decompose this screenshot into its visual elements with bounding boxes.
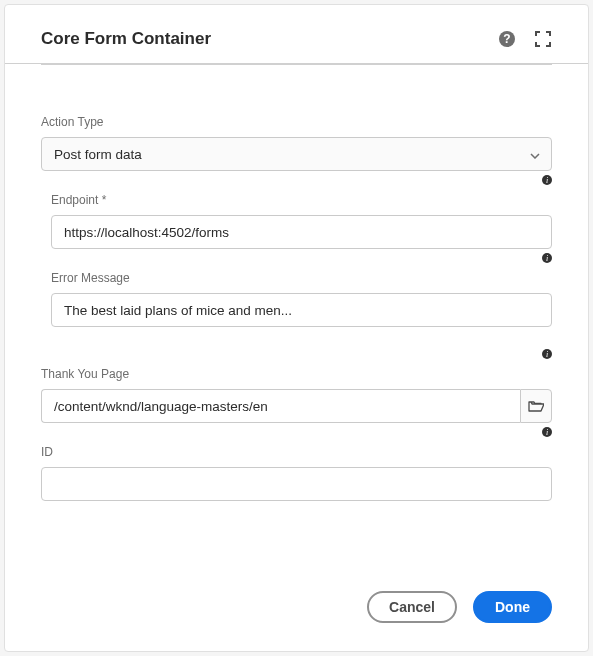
thank-you-input-group (41, 389, 552, 423)
dialog-header: Core Form Container ? (5, 5, 588, 64)
field-action-type: Action Type Post form data (41, 115, 552, 171)
dialog-footer: Cancel Done (5, 573, 588, 651)
svg-text:i: i (546, 176, 548, 185)
done-button[interactable]: Done (473, 591, 552, 623)
endpoint-label: Endpoint * (51, 193, 552, 207)
info-icon[interactable]: i (542, 253, 552, 263)
field-id: i ID (41, 445, 552, 501)
help-icon[interactable]: ? (498, 30, 516, 48)
folder-open-icon (528, 399, 544, 413)
field-error-message: i Error Message (51, 271, 552, 327)
thank-you-page-input[interactable] (41, 389, 520, 423)
dialog-container: Core Form Container ? Action Type Post f… (4, 4, 589, 652)
field-endpoint: i Endpoint * (51, 193, 552, 249)
svg-text:i: i (546, 254, 548, 263)
action-type-select[interactable]: Post form data (41, 137, 552, 171)
dialog-body: Action Type Post form data i Endpoint * (5, 65, 588, 573)
id-input[interactable] (41, 467, 552, 501)
info-icon[interactable]: i (542, 175, 552, 185)
svg-text:i: i (546, 350, 548, 359)
error-message-input[interactable] (51, 293, 552, 327)
id-label: ID (41, 445, 552, 459)
field-thank-you-page: i Thank You Page (41, 367, 552, 423)
error-message-label: Error Message (51, 271, 552, 285)
fullscreen-icon[interactable] (534, 30, 552, 48)
info-icon[interactable]: i (542, 427, 552, 437)
svg-text:?: ? (503, 32, 510, 46)
dialog-title: Core Form Container (41, 29, 211, 49)
action-type-select-wrapper: Post form data (41, 137, 552, 171)
endpoint-input[interactable] (51, 215, 552, 249)
svg-text:i: i (546, 428, 548, 437)
header-icons: ? (498, 30, 552, 48)
thank-you-page-label: Thank You Page (41, 367, 552, 381)
action-type-label: Action Type (41, 115, 552, 129)
info-icon[interactable]: i (542, 349, 552, 359)
browse-button[interactable] (520, 389, 552, 423)
cancel-button[interactable]: Cancel (367, 591, 457, 623)
